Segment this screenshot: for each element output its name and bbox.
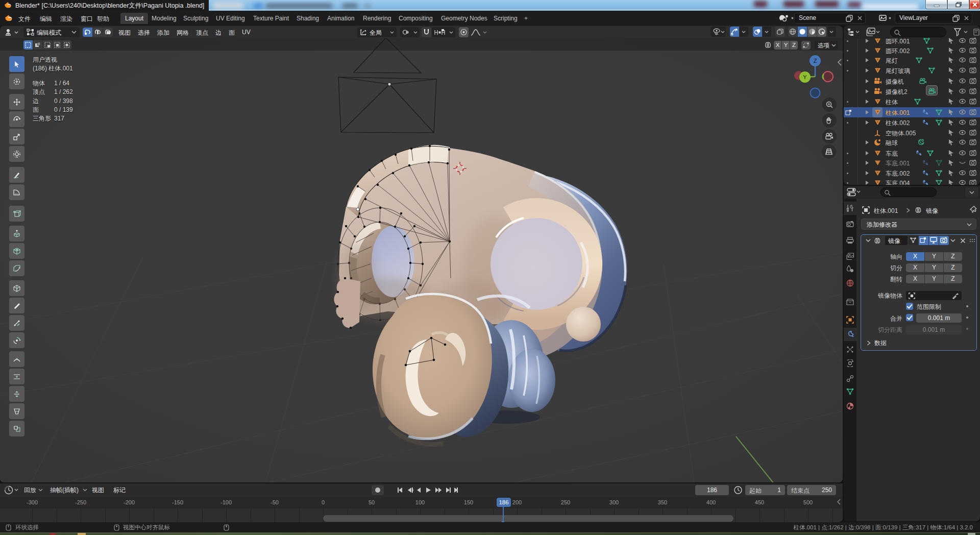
svg-text:Y: Y <box>803 74 807 80</box>
svg-text:Z: Z <box>814 58 817 64</box>
